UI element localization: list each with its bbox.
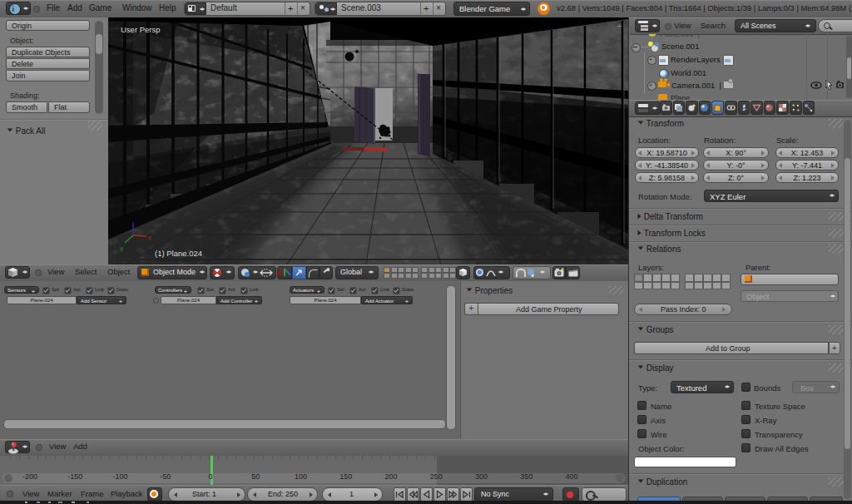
- svg-text:+: +: [617, 21, 622, 31]
- svg-text:(1) Plane.024: (1) Plane.024: [155, 249, 202, 258]
- svg-text:y: y: [120, 245, 123, 252]
- svg-text:User Persp: User Persp: [121, 25, 161, 34]
- svg-text:x: x: [148, 234, 151, 241]
